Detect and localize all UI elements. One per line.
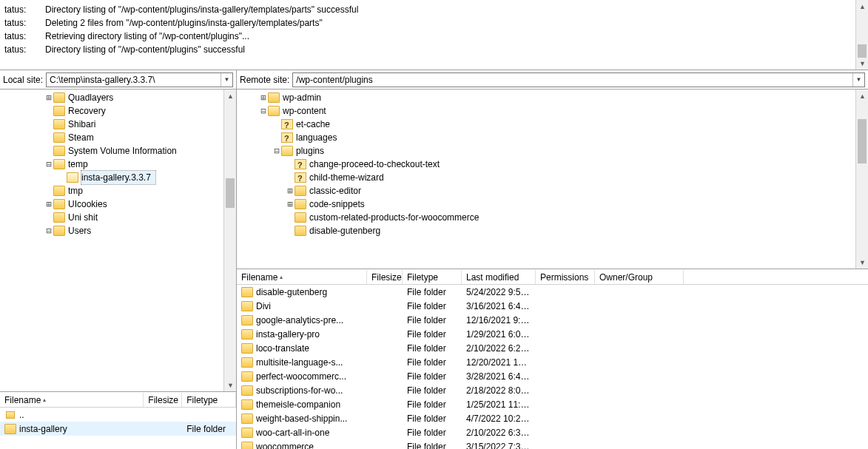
- list-item[interactable]: weight-based-shippin...File folder4/7/20…: [237, 411, 868, 425]
- scroll-down-icon[interactable]: ▼: [856, 256, 868, 269]
- list-item[interactable]: subscriptions-for-wo...File folder2/18/2…: [237, 383, 868, 397]
- list-item[interactable]: multisite-language-s...File folder12/20/…: [237, 355, 868, 369]
- list-item[interactable]: themeisle-companionFile folder1/25/2021 …: [237, 397, 868, 411]
- log-row: tatus:Retrieving directory listing of "/…: [0, 30, 855, 43]
- list-item[interactable]: woo-cart-all-in-oneFile folder2/10/2022 …: [237, 425, 868, 439]
- remote-list-header[interactable]: Filename▴ Filesize Filetype Last modifie…: [237, 270, 868, 285]
- tree-item[interactable]: Steam: [0, 131, 223, 144]
- col-filetype[interactable]: Filetype: [182, 393, 236, 407]
- file-modified: 3/28/2021 6:42:...: [462, 371, 536, 382]
- folder-icon: [53, 132, 65, 143]
- list-item[interactable]: DiviFile folder3/16/2021 6:49:...: [237, 299, 868, 313]
- tree-expander-icon[interactable]: ⊟: [44, 158, 53, 171]
- list-item[interactable]: loco-translateFile folder2/10/2022 6:27:…: [237, 341, 868, 355]
- file-name: subscriptions-for-wo...: [256, 385, 343, 396]
- local-site-label: Local site:: [3, 75, 43, 85]
- col-filename[interactable]: Filename▴: [237, 270, 367, 284]
- tree-item[interactable]: ⊟plugins: [237, 144, 855, 158]
- tree-expander-icon[interactable]: ⊞: [44, 91, 53, 104]
- local-tree[interactable]: ⊞QuadlayersRecoveryShibariSteamSystem Vo…: [0, 90, 236, 392]
- tree-item[interactable]: ⊟Users: [0, 224, 223, 237]
- list-item[interactable]: woocommerceFile folder3/15/2022 7:33:...: [237, 439, 868, 449]
- list-item[interactable]: insta-gallery-proFile folder1/29/2021 6:…: [237, 327, 868, 341]
- tree-expander-icon[interactable]: ⊟: [44, 224, 53, 237]
- col-filetype[interactable]: Filetype: [403, 270, 462, 284]
- file-type: File folder: [182, 424, 236, 434]
- remote-file-list[interactable]: Filename▴ Filesize Filetype Last modifie…: [237, 269, 868, 449]
- file-modified: 3/16/2021 6:49:...: [462, 301, 536, 311]
- tree-item[interactable]: insta-gallery.3.3.7: [0, 171, 223, 184]
- tree-item[interactable]: et-cache: [237, 118, 855, 131]
- local-path-combo[interactable]: ▼: [46, 72, 233, 87]
- log-scrollbar[interactable]: ▲ ▼: [855, 0, 868, 70]
- scroll-up-icon[interactable]: ▲: [856, 0, 868, 13]
- col-owner[interactable]: Owner/Group: [595, 270, 684, 284]
- scroll-down-icon[interactable]: ▼: [224, 379, 237, 391]
- tree-item[interactable]: ⊞wp-admin: [237, 91, 855, 104]
- remote-tree[interactable]: ⊞wp-admin⊟wp-contentet-cachelanguages⊟pl…: [237, 90, 868, 269]
- scroll-up-icon[interactable]: ▲: [856, 90, 868, 102]
- local-panel: Local site: ▼ ⊞QuadlayersRecoveryShibari…: [0, 70, 237, 449]
- folder-open-icon: [268, 106, 280, 116]
- col-filesize[interactable]: Filesize: [144, 393, 182, 407]
- col-filesize[interactable]: Filesize: [367, 270, 403, 284]
- tree-item[interactable]: tmp: [0, 184, 223, 198]
- local-tree-scrollbar[interactable]: ▲ ▼: [223, 90, 236, 391]
- tree-item[interactable]: ⊟temp: [0, 158, 223, 171]
- folder-icon: [241, 371, 253, 382]
- tree-expander-icon[interactable]: ⊞: [259, 91, 268, 104]
- scroll-down-icon[interactable]: ▼: [856, 57, 868, 70]
- tree-item[interactable]: Recovery: [0, 104, 223, 118]
- tree-expander-icon[interactable]: ⊟: [259, 104, 268, 118]
- file-type: File folder: [403, 315, 462, 325]
- file-type: File folder: [403, 399, 462, 410]
- list-item[interactable]: ..: [0, 408, 236, 422]
- file-modified: 1/29/2021 6:08:...: [462, 329, 536, 340]
- tree-expander-icon[interactable]: ⊞: [44, 198, 53, 211]
- tree-item[interactable]: languages: [237, 131, 855, 144]
- tree-item[interactable]: Uni shit: [0, 211, 223, 224]
- tree-item[interactable]: disable-gutenberg: [237, 224, 855, 237]
- list-item[interactable]: perfect-woocommerc...File folder3/28/202…: [237, 369, 868, 383]
- tree-item[interactable]: custom-related-products-for-woocommerce: [237, 211, 855, 224]
- log-message: Directory listing of "/wp-content/plugin…: [45, 3, 855, 16]
- remote-path-input[interactable]: [293, 73, 852, 87]
- unknown-icon: [281, 132, 293, 143]
- list-item[interactable]: disable-gutenbergFile folder5/24/2022 9:…: [237, 285, 868, 299]
- list-item[interactable]: google-analytics-pre...File folder12/16/…: [237, 313, 868, 327]
- local-file-list[interactable]: Filename▴ Filesize Filetype ..insta-gall…: [0, 392, 236, 449]
- list-item[interactable]: insta-galleryFile folder: [0, 422, 236, 436]
- remote-path-combo[interactable]: ▼: [292, 72, 865, 87]
- tree-item[interactable]: ⊞classic-editor: [237, 184, 855, 198]
- tree-label: wp-content: [283, 104, 331, 118]
- tree-expander-icon[interactable]: ⊞: [286, 184, 295, 198]
- col-permissions[interactable]: Permissions: [536, 270, 595, 284]
- file-name: google-analytics-pre...: [256, 315, 343, 325]
- local-list-header[interactable]: Filename▴ Filesize Filetype: [0, 393, 236, 408]
- tree-label: Recovery: [68, 104, 110, 118]
- tree-item[interactable]: ⊞UIcookies: [0, 198, 223, 211]
- col-filename[interactable]: Filename▴: [0, 393, 144, 407]
- tree-item[interactable]: ⊞code-snippets: [237, 198, 855, 211]
- scroll-thumb[interactable]: [858, 119, 867, 163]
- tree-item[interactable]: System Volume Information: [0, 144, 223, 158]
- tree-expander-icon[interactable]: ⊞: [286, 198, 295, 211]
- scroll-thumb[interactable]: [226, 178, 235, 208]
- tree-item[interactable]: child-theme-wizard: [237, 171, 855, 184]
- tree-label: Quadlayers: [68, 91, 118, 104]
- file-modified: 3/15/2022 7:33:...: [462, 442, 536, 450]
- scroll-up-icon[interactable]: ▲: [224, 90, 237, 102]
- tree-item[interactable]: change-proceed-to-checkout-text: [237, 158, 855, 171]
- sort-asc-icon: ▴: [43, 396, 46, 403]
- chevron-down-icon[interactable]: ▼: [221, 73, 232, 87]
- tree-item[interactable]: ⊞Quadlayers: [0, 91, 223, 104]
- tree-label: disable-gutenberg: [309, 224, 385, 237]
- tree-expander-icon[interactable]: ⊟: [272, 144, 281, 158]
- remote-tree-scrollbar[interactable]: ▲ ▼: [855, 90, 868, 269]
- local-path-input[interactable]: [47, 73, 221, 87]
- scroll-thumb[interactable]: [858, 44, 867, 58]
- col-modified[interactable]: Last modified: [462, 270, 536, 284]
- tree-item[interactable]: Shibari: [0, 118, 223, 131]
- tree-item[interactable]: ⊟wp-content: [237, 104, 855, 118]
- chevron-down-icon[interactable]: ▼: [852, 73, 864, 87]
